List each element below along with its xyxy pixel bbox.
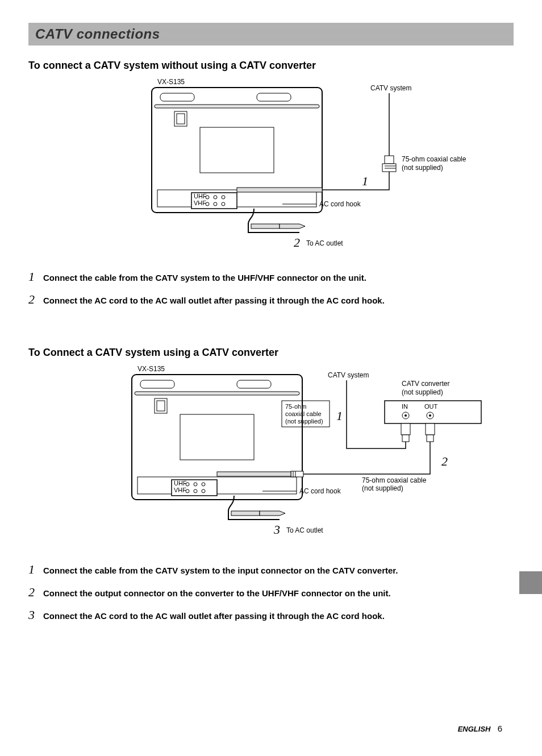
step-marker-3: 3 (273, 522, 280, 537)
coax-shade-2-icon (217, 472, 291, 476)
footer-page-number: 6 (498, 724, 502, 733)
svg-point-10 (214, 196, 217, 199)
coax-run-icon (322, 172, 389, 190)
diagram-1: VX-S135 UHF (28, 76, 514, 252)
section1-heading: To connect a CATV system without using a… (28, 60, 514, 72)
svg-point-30 (194, 483, 197, 486)
uhf-label: UHF (194, 193, 207, 200)
coax75a-1: 75-ohm (285, 403, 306, 410)
svg-point-39 (429, 414, 431, 417)
thumb-tab-icon (519, 571, 542, 594)
diagram-1-svg: VX-S135 UHF (61, 76, 481, 252)
section2-step-1: 1 Connect the cable from the CATV system… (28, 562, 514, 577)
step-marker-2: 2 (294, 235, 300, 250)
step-text: Connect the AC cord to the AC wall outle… (43, 296, 385, 305)
coax-shade-icon (237, 188, 322, 192)
section1-step-1: 1 Connect the cable from the CATV system… (28, 269, 514, 284)
svg-rect-2 (257, 93, 291, 101)
svg-rect-6 (200, 127, 274, 173)
svg-point-37 (405, 414, 407, 417)
svg-rect-15 (385, 156, 394, 164)
step-marker-1: 1 (362, 174, 368, 188)
coax75a-3: (not supplied) (285, 418, 323, 425)
plug-out-tail-icon (427, 435, 433, 442)
svg-point-11 (222, 196, 225, 199)
section2-heading: To Connect a CATV system using a CATV co… (28, 347, 514, 359)
coax-label-1: 75-ohm coaxial cable (402, 155, 466, 163)
svg-rect-25 (157, 401, 165, 411)
section2-step-3: 3 Connect the AC cord to the AC wall out… (28, 608, 514, 622)
svg-rect-23 (135, 392, 299, 395)
to-ac-outlet-label: To AC outlet (306, 239, 343, 247)
tv-body-icon: UHF VHF (152, 88, 322, 213)
diagram2-model-label: VX-S135 (137, 365, 165, 373)
step-text: Connect the cable from the CATV system t… (43, 566, 398, 575)
diagram-2-svg: VX-S135 UHF VHF (47, 363, 495, 545)
inline-plug-icon (291, 471, 303, 477)
page: CATV connections To connect a CATV syste… (0, 0, 542, 756)
svg-rect-22 (237, 380, 271, 388)
svg-rect-5 (177, 114, 185, 124)
coax75b-1: 75-ohm coaxial cable (362, 476, 427, 484)
step-number: 3 (28, 608, 43, 622)
svg-rect-1 (160, 93, 194, 101)
svg-rect-16 (382, 164, 396, 172)
step-marker-1b: 1 (336, 409, 343, 423)
svg-point-33 (194, 489, 197, 493)
catv-system-label: CATV system (370, 84, 411, 92)
step-number: 1 (28, 562, 43, 577)
section2-step-2: 2 Connect the output connector on the co… (28, 585, 514, 600)
vhf-label: VHF (194, 200, 206, 206)
step-marker-2b: 2 (441, 454, 448, 468)
section2-steps: 1 Connect the cable from the CATV system… (28, 562, 514, 622)
svg-rect-19 (251, 224, 280, 229)
cable-2-icon (302, 442, 430, 474)
title-bar: CATV connections (28, 23, 514, 45)
plug-in-tail-icon (402, 435, 409, 442)
svg-point-34 (202, 489, 205, 493)
converter-label-1: CATV converter (402, 380, 449, 388)
step-text: Connect the cable from the CATV system t… (43, 273, 366, 283)
svg-rect-21 (140, 380, 174, 388)
section1-step-2: 2 Connect the AC cord to the AC wall out… (28, 292, 514, 307)
coax-plug-icon (382, 156, 396, 172)
ac-cord-hook-label: AC cord hook (319, 200, 361, 208)
in-label: IN (402, 403, 408, 410)
coax75b-2: (not supplied) (362, 484, 403, 492)
coax75a-2: coaxial cable (285, 410, 322, 417)
coax-label-2: (not supplied) (402, 164, 443, 172)
to-ac-outlet-label-2: To AC outlet (286, 526, 323, 534)
out-label: OUT (424, 403, 438, 410)
step-number: 2 (28, 292, 43, 307)
section1-steps: 1 Connect the cable from the CATV system… (28, 269, 514, 307)
page-title: CATV connections (35, 26, 507, 42)
uhf-label: UHF (174, 480, 187, 487)
footer-lang: ENGLISH (458, 725, 491, 733)
vhf-label: VHF (174, 487, 186, 493)
svg-rect-42 (231, 511, 260, 516)
plug-in-icon (401, 423, 410, 435)
plug-out-icon (426, 423, 435, 435)
step-number: 2 (28, 585, 43, 600)
converter-label-2: (not supplied) (402, 388, 443, 396)
svg-point-13 (214, 202, 217, 206)
ac-cord-hook-label-2: AC cord hook (299, 487, 341, 495)
step-text: Connect the AC cord to the AC wall outle… (43, 611, 385, 621)
diagram-2: VX-S135 UHF VHF (28, 363, 514, 545)
svg-point-31 (202, 483, 205, 486)
page-footer: ENGLISH 6 (458, 724, 502, 733)
svg-point-14 (222, 202, 225, 206)
step-number: 1 (28, 269, 43, 284)
svg-rect-26 (180, 414, 254, 460)
step-text: Connect the output connector on the conv… (43, 588, 391, 598)
svg-rect-3 (155, 105, 319, 108)
diagram1-model-label: VX-S135 (157, 78, 185, 86)
converter-box-icon: IN OUT (385, 401, 481, 423)
tv-body-icon: UHF VHF (132, 375, 302, 500)
catv-system-label-2: CATV system (328, 371, 369, 379)
